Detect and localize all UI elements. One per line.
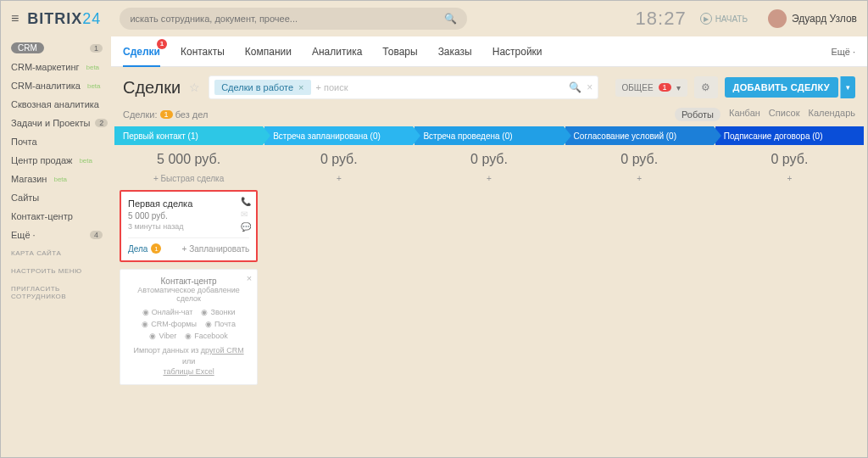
sidebar-item-badge: 2 [95, 119, 108, 127]
tab-6[interactable]: Настройки [492, 37, 542, 66]
global-search[interactable]: 🔍 [120, 8, 467, 30]
promo-item[interactable]: ◉Viber [149, 332, 176, 340]
favorite-star-icon[interactable]: ☆ [189, 81, 200, 94]
activities-count: 1 [151, 243, 161, 254]
promo-card: ×Контакт-центрАвтоматическое добавление … [120, 269, 258, 385]
view-Канбан[interactable]: Канбан [729, 108, 760, 121]
mail-icon[interactable]: ✉ [241, 209, 251, 219]
promo-item[interactable]: ◉Почта [205, 320, 236, 328]
logo-text: BITRIX [27, 10, 82, 27]
tab-1[interactable]: Контакты [181, 37, 225, 66]
promo-item[interactable]: ◉Онлайн-чат [142, 308, 193, 316]
quick-add-button[interactable]: + [264, 170, 413, 190]
global-search-input[interactable] [130, 14, 444, 24]
phone-icon[interactable]: 📞 [241, 197, 251, 206]
sidebar-item-1[interactable]: CRM-аналитикаbeta [1, 76, 111, 95]
clock: 18:27 [636, 8, 687, 30]
promo-item[interactable]: ◉CRM-формы [142, 320, 197, 328]
stage-header[interactable]: Встреча запланирована (0) [264, 126, 413, 145]
sidebar-item-7[interactable]: Сайты [1, 188, 111, 207]
filter-placeholder: + поиск [316, 82, 348, 92]
sidebar-item-6[interactable]: Магазинbeta [1, 170, 111, 188]
view-Роботы[interactable]: Роботы [675, 108, 721, 121]
sidebar-item-8[interactable]: Контакт-центр [1, 207, 111, 226]
sidebar-item-badge: 4 [90, 231, 103, 239]
import-crm-link[interactable]: другой CRM [201, 346, 244, 355]
quick-add-button[interactable]: + [565, 170, 714, 190]
sidebar-item-label: Центр продаж [11, 155, 72, 165]
tabs-more[interactable]: Ещё · [831, 47, 855, 57]
sidebar-item-label: Почта [11, 137, 37, 147]
beta-badge: beta [86, 64, 99, 71]
beta-badge: beta [87, 82, 101, 90]
view-Календарь[interactable]: Календарь [808, 108, 855, 121]
avatar [768, 9, 787, 28]
stage-header[interactable]: Согласование условий (0) [565, 126, 714, 145]
promo-import: Импорт данных из другой CRM или таблицы … [127, 345, 250, 377]
subbar-nodeals[interactable]: без дел [175, 109, 209, 120]
deal-card[interactable]: 📞✉💬Первая сделка5 000 руб.3 минуты назад… [120, 190, 258, 262]
add-deal-button[interactable]: ДОБАВИТЬ СДЕЛКУ [725, 77, 838, 98]
sidebar-item-5[interactable]: Центр продажbeta [1, 151, 111, 170]
close-icon[interactable]: × [247, 273, 252, 283]
settings-button[interactable]: ⚙ [694, 76, 718, 98]
filter-clear-icon[interactable]: × [587, 81, 593, 93]
sidebar-item-3[interactable]: Задачи и Проекты2 [1, 114, 111, 132]
stage-total: 0 руб. [565, 145, 714, 170]
filter-chip[interactable]: Сделки в работе × [214, 80, 310, 95]
stage-name: Согласование условий (0) [574, 131, 676, 141]
tab-0[interactable]: Сделки1 [123, 37, 160, 66]
quick-add-button[interactable]: + [715, 170, 864, 190]
stage-total: 0 руб. [264, 145, 413, 170]
scope-label: ОБЩЕЕ [622, 83, 654, 92]
start-label: НАЧАТЬ [715, 14, 748, 24]
sidebar-item-9[interactable]: Ещё ·4 [1, 226, 111, 244]
scope-button[interactable]: ОБЩЕЕ 1 ▾ [615, 79, 687, 97]
tab-3[interactable]: Аналитика [312, 37, 362, 66]
user-name: Эдуард Узлов [792, 13, 857, 25]
sidebar-item-2[interactable]: Сквозная аналитика [1, 95, 111, 114]
stage-name: Подписание договора (0) [724, 131, 823, 141]
start-timer-button[interactable]: ▶ НАЧАТЬ [700, 13, 748, 25]
promo-sub: Автоматическое добавление сделок [127, 286, 250, 303]
beta-badge: beta [53, 176, 67, 183]
remove-chip-icon[interactable]: × [298, 82, 303, 92]
chat-icon[interactable]: 💬 [241, 222, 251, 232]
add-deal-dropdown[interactable]: ▾ [840, 76, 855, 98]
menu-icon[interactable]: ≡ [11, 11, 19, 26]
channel-icon: ◉ [185, 332, 192, 340]
deal-activities[interactable]: Дела 1 [128, 243, 161, 254]
stage-total: 0 руб. [715, 145, 864, 170]
view-Список[interactable]: Список [769, 108, 800, 121]
play-icon: ▶ [700, 13, 712, 25]
sidebar-invite[interactable]: ПРИГЛАСИТЬ СОТРУДНИКОВ [1, 280, 111, 305]
subbar-label: Сделки: [123, 109, 158, 120]
promo-item[interactable]: ◉Facebook [185, 332, 228, 340]
quick-add-button[interactable]: + Быстрая сделка [114, 170, 263, 190]
tab-5[interactable]: Заказы [438, 37, 472, 66]
deal-plan-button[interactable]: + Запланировать [182, 244, 250, 254]
logo[interactable]: BITRIX24 [27, 10, 101, 28]
kanban-board: Первый контакт (1)5 000 руб.+ Быстрая сд… [111, 126, 867, 457]
stage-header[interactable]: Первый контакт (1) [114, 126, 263, 145]
sidebar-item-4[interactable]: Почта [1, 132, 111, 151]
chevron-down-icon: ▾ [676, 83, 681, 92]
kanban-column-3: Согласование условий (0)0 руб.+ [565, 126, 714, 457]
sidebar-item-label: CRM-маркетинг [11, 62, 79, 72]
sidebar-item-crm[interactable]: CRM 1 [1, 38, 111, 58]
tab-4[interactable]: Товары [382, 37, 417, 66]
import-excel-link[interactable]: таблицы Excel [164, 367, 214, 376]
stage-header[interactable]: Встреча проведена (0) [415, 126, 563, 145]
promo-item[interactable]: ◉Звонки [201, 308, 235, 316]
user-menu[interactable]: Эдуард Узлов [768, 9, 857, 28]
stage-total: 5 000 руб. [114, 145, 263, 170]
sidebar-configure[interactable]: НАСТРОИТЬ МЕНЮ [1, 262, 111, 280]
subbar: Сделки: 1 без дел РоботыКанбанСписокКале… [111, 108, 867, 126]
sidebar-item-label: CRM-аналитика [11, 81, 81, 91]
sidebar-item-0[interactable]: CRM-маркетингbeta [1, 58, 111, 76]
sidebar-sitemap[interactable]: КАРТА САЙТА [1, 244, 111, 262]
filter-box[interactable]: Сделки в работе × + поиск 🔍 × [209, 75, 598, 99]
stage-header[interactable]: Подписание договора (0) [715, 126, 864, 145]
tab-2[interactable]: Компании [245, 37, 292, 66]
quick-add-button[interactable]: + [415, 170, 563, 190]
